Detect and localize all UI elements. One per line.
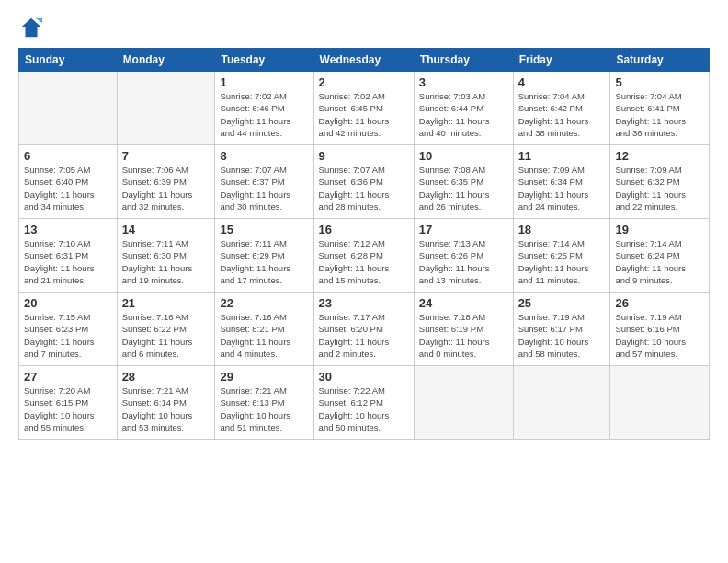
sunset-text: Sunset: 6:12 PM — [319, 396, 409, 408]
daylight-text: Daylight: 10 hoursand 57 minutes. — [615, 336, 704, 361]
day-number: 17 — [419, 223, 508, 236]
day-number: 3 — [419, 75, 508, 89]
day-detail: Sunrise: 7:18 AMSunset: 6:19 PMDaylight:… — [419, 311, 508, 360]
page: SundayMondayTuesdayWednesdayThursdayFrid… — [0, 0, 728, 563]
daylight-text: Daylight: 11 hoursand 11 minutes. — [518, 262, 606, 287]
day-number: 20 — [24, 296, 112, 310]
sunset-text: Sunset: 6:37 PM — [220, 176, 308, 188]
day-cell — [513, 366, 610, 440]
week-row-4: 20Sunrise: 7:15 AMSunset: 6:23 PMDayligh… — [19, 293, 710, 366]
day-detail: Sunrise: 7:08 AMSunset: 6:35 PMDaylight:… — [419, 164, 508, 213]
day-cell — [414, 366, 513, 440]
sunrise-text: Sunrise: 7:09 AM — [615, 164, 704, 176]
sunset-text: Sunset: 6:24 PM — [615, 249, 704, 261]
sunrise-text: Sunrise: 7:10 AM — [24, 237, 112, 249]
sunset-text: Sunset: 6:35 PM — [419, 176, 508, 188]
daylight-text: Daylight: 10 hoursand 53 minutes. — [122, 409, 210, 434]
daylight-text: Daylight: 11 hoursand 0 minutes. — [419, 336, 508, 361]
sunrise-text: Sunrise: 7:18 AM — [419, 311, 508, 323]
day-cell: 8Sunrise: 7:07 AMSunset: 6:37 PMDaylight… — [215, 145, 313, 219]
day-number: 6 — [24, 149, 112, 163]
sunrise-text: Sunrise: 7:12 AM — [319, 237, 409, 249]
day-cell: 10Sunrise: 7:08 AMSunset: 6:35 PMDayligh… — [414, 145, 513, 219]
day-detail: Sunrise: 7:17 AMSunset: 6:20 PMDaylight:… — [319, 311, 409, 360]
daylight-text: Daylight: 11 hoursand 2 minutes. — [319, 336, 409, 361]
day-cell: 21Sunrise: 7:16 AMSunset: 6:22 PMDayligh… — [117, 293, 215, 366]
daylight-text: Daylight: 11 hoursand 40 minutes. — [419, 115, 508, 140]
week-row-1: 1Sunrise: 7:02 AMSunset: 6:46 PMDaylight… — [19, 72, 710, 145]
day-number: 24 — [419, 296, 508, 310]
daylight-text: Daylight: 11 hoursand 13 minutes. — [419, 262, 508, 287]
day-number: 8 — [220, 149, 308, 163]
sunset-text: Sunset: 6:42 PM — [518, 102, 606, 114]
day-cell: 14Sunrise: 7:11 AMSunset: 6:30 PMDayligh… — [117, 219, 215, 293]
sunrise-text: Sunrise: 7:04 AM — [518, 90, 606, 102]
daylight-text: Daylight: 11 hoursand 44 minutes. — [220, 115, 308, 140]
day-cell: 28Sunrise: 7:21 AMSunset: 6:14 PMDayligh… — [117, 366, 215, 440]
sunset-text: Sunset: 6:14 PM — [122, 396, 210, 408]
day-number: 9 — [319, 149, 409, 163]
day-detail: Sunrise: 7:21 AMSunset: 6:13 PMDaylight:… — [220, 385, 308, 433]
day-number: 29 — [220, 370, 308, 384]
sunrise-text: Sunrise: 7:21 AM — [122, 385, 210, 396]
day-number: 26 — [615, 296, 704, 310]
sunset-text: Sunset: 6:31 PM — [24, 249, 112, 261]
day-detail: Sunrise: 7:11 AMSunset: 6:30 PMDaylight:… — [122, 237, 210, 286]
weekday-saturday: Saturday — [610, 49, 710, 72]
day-number: 18 — [518, 223, 606, 236]
weekday-wednesday: Wednesday — [313, 49, 414, 72]
day-detail: Sunrise: 7:16 AMSunset: 6:22 PMDaylight:… — [122, 311, 210, 360]
daylight-text: Daylight: 11 hoursand 15 minutes. — [319, 262, 409, 287]
sunrise-text: Sunrise: 7:13 AM — [419, 237, 508, 249]
daylight-text: Daylight: 10 hoursand 55 minutes. — [24, 409, 112, 434]
sunset-text: Sunset: 6:41 PM — [615, 102, 704, 114]
day-number: 11 — [518, 149, 606, 163]
day-detail: Sunrise: 7:07 AMSunset: 6:37 PMDaylight:… — [220, 164, 308, 213]
sunrise-text: Sunrise: 7:20 AM — [24, 385, 112, 396]
sunset-text: Sunset: 6:15 PM — [24, 396, 112, 408]
day-cell: 4Sunrise: 7:04 AMSunset: 6:42 PMDaylight… — [513, 72, 610, 145]
daylight-text: Daylight: 11 hoursand 17 minutes. — [220, 262, 308, 287]
sunrise-text: Sunrise: 7:16 AM — [122, 311, 210, 323]
day-detail: Sunrise: 7:07 AMSunset: 6:36 PMDaylight:… — [319, 164, 409, 213]
sunrise-text: Sunrise: 7:11 AM — [220, 237, 308, 249]
daylight-text: Daylight: 11 hoursand 26 minutes. — [419, 189, 508, 213]
logo-icon — [18, 15, 44, 40]
day-cell: 1Sunrise: 7:02 AMSunset: 6:46 PMDaylight… — [215, 72, 313, 145]
sunrise-text: Sunrise: 7:04 AM — [615, 90, 704, 102]
logo — [18, 15, 48, 40]
day-detail: Sunrise: 7:12 AMSunset: 6:28 PMDaylight:… — [319, 237, 409, 286]
day-detail: Sunrise: 7:16 AMSunset: 6:21 PMDaylight:… — [220, 311, 308, 360]
day-detail: Sunrise: 7:21 AMSunset: 6:14 PMDaylight:… — [122, 385, 210, 433]
day-cell — [19, 72, 118, 145]
daylight-text: Daylight: 10 hoursand 58 minutes. — [518, 336, 606, 361]
day-cell — [610, 366, 710, 440]
daylight-text: Daylight: 10 hoursand 51 minutes. — [220, 409, 308, 434]
weekday-friday: Friday — [513, 49, 610, 72]
day-detail: Sunrise: 7:04 AMSunset: 6:42 PMDaylight:… — [518, 90, 606, 139]
sunrise-text: Sunrise: 7:14 AM — [518, 237, 606, 249]
sunrise-text: Sunrise: 7:19 AM — [615, 311, 704, 323]
daylight-text: Daylight: 11 hoursand 6 minutes. — [122, 336, 210, 361]
sunset-text: Sunset: 6:45 PM — [319, 102, 409, 114]
sunset-text: Sunset: 6:32 PM — [615, 176, 704, 188]
day-cell: 18Sunrise: 7:14 AMSunset: 6:25 PMDayligh… — [513, 219, 610, 293]
sunrise-text: Sunrise: 7:09 AM — [518, 164, 606, 176]
day-cell: 29Sunrise: 7:21 AMSunset: 6:13 PMDayligh… — [215, 366, 313, 440]
calendar-table: SundayMondayTuesdayWednesdayThursdayFrid… — [18, 48, 710, 440]
day-detail: Sunrise: 7:11 AMSunset: 6:29 PMDaylight:… — [220, 237, 308, 286]
day-number: 30 — [319, 370, 409, 384]
day-detail: Sunrise: 7:22 AMSunset: 6:12 PMDaylight:… — [319, 385, 409, 433]
sunrise-text: Sunrise: 7:07 AM — [319, 164, 409, 176]
sunset-text: Sunset: 6:21 PM — [220, 323, 308, 335]
sunset-text: Sunset: 6:19 PM — [419, 323, 508, 335]
sunset-text: Sunset: 6:13 PM — [220, 396, 308, 408]
day-cell: 6Sunrise: 7:05 AMSunset: 6:40 PMDaylight… — [19, 145, 118, 219]
weekday-tuesday: Tuesday — [215, 49, 313, 72]
sunset-text: Sunset: 6:36 PM — [319, 176, 409, 188]
day-detail: Sunrise: 7:14 AMSunset: 6:24 PMDaylight:… — [615, 237, 704, 286]
day-number: 7 — [122, 149, 210, 163]
day-number: 12 — [615, 149, 704, 163]
day-cell — [117, 72, 215, 145]
day-cell: 12Sunrise: 7:09 AMSunset: 6:32 PMDayligh… — [610, 145, 710, 219]
